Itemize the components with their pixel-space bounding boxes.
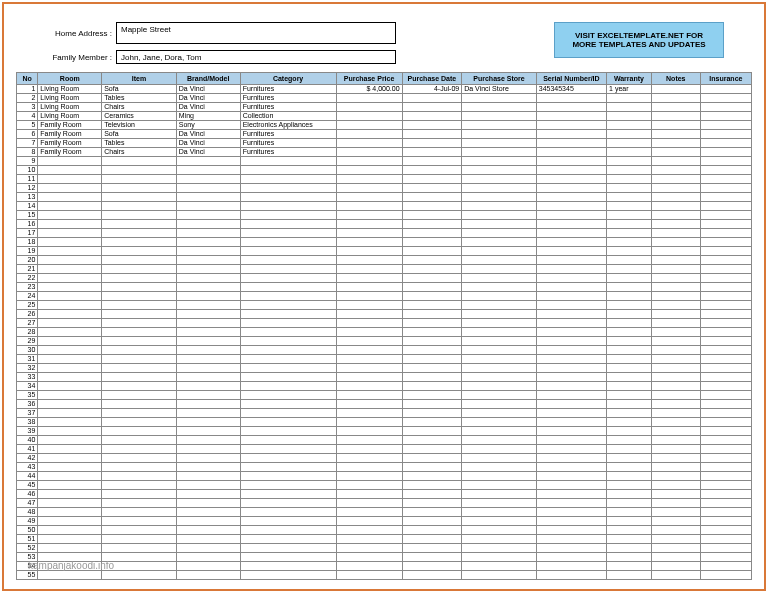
table-cell[interactable]: [402, 400, 462, 409]
table-cell[interactable]: Family Room: [38, 139, 102, 148]
table-row[interactable]: 27: [17, 319, 752, 328]
table-cell[interactable]: [700, 310, 751, 319]
table-cell[interactable]: [462, 283, 537, 292]
table-row[interactable]: 48: [17, 508, 752, 517]
table-cell[interactable]: [240, 400, 336, 409]
table-cell[interactable]: [336, 175, 402, 184]
table-cell[interactable]: [176, 553, 240, 562]
table-cell[interactable]: [38, 391, 102, 400]
table-cell[interactable]: [536, 94, 606, 103]
table-row[interactable]: 28: [17, 328, 752, 337]
table-cell[interactable]: Family Room: [38, 148, 102, 157]
table-cell[interactable]: [700, 445, 751, 454]
table-cell[interactable]: Furnitures: [240, 94, 336, 103]
table-cell[interactable]: [607, 256, 652, 265]
table-cell[interactable]: [651, 499, 700, 508]
table-cell[interactable]: [176, 346, 240, 355]
table-cell[interactable]: 28: [17, 328, 38, 337]
table-cell[interactable]: [38, 346, 102, 355]
table-cell[interactable]: [402, 274, 462, 283]
table-cell[interactable]: [38, 571, 102, 580]
table-cell[interactable]: [240, 517, 336, 526]
table-cell[interactable]: [651, 157, 700, 166]
table-cell[interactable]: [536, 139, 606, 148]
table-cell[interactable]: [607, 265, 652, 274]
table-cell[interactable]: [38, 418, 102, 427]
table-cell[interactable]: [462, 319, 537, 328]
table-cell[interactable]: [607, 445, 652, 454]
table-cell[interactable]: [536, 184, 606, 193]
table-cell[interactable]: [402, 571, 462, 580]
table-row[interactable]: 5Family RoomTelevisionSonyElectronics Ap…: [17, 121, 752, 130]
table-cell[interactable]: [176, 436, 240, 445]
table-cell[interactable]: [651, 526, 700, 535]
table-cell[interactable]: [240, 436, 336, 445]
table-cell[interactable]: [336, 256, 402, 265]
table-cell[interactable]: [402, 121, 462, 130]
table-cell[interactable]: [536, 382, 606, 391]
table-cell[interactable]: [462, 103, 537, 112]
table-cell[interactable]: [240, 229, 336, 238]
table-cell[interactable]: [102, 517, 177, 526]
table-cell[interactable]: [700, 409, 751, 418]
table-cell[interactable]: 41: [17, 445, 38, 454]
table-cell[interactable]: [700, 400, 751, 409]
table-cell[interactable]: [38, 526, 102, 535]
table-cell[interactable]: [240, 292, 336, 301]
table-cell[interactable]: [462, 571, 537, 580]
table-cell[interactable]: [176, 454, 240, 463]
table-cell[interactable]: [402, 211, 462, 220]
table-cell[interactable]: [38, 436, 102, 445]
table-cell[interactable]: [651, 130, 700, 139]
table-cell[interactable]: [102, 364, 177, 373]
table-cell[interactable]: [102, 292, 177, 301]
table-cell[interactable]: [700, 94, 751, 103]
table-cell[interactable]: [336, 436, 402, 445]
table-row[interactable]: 33: [17, 373, 752, 382]
table-cell[interactable]: [651, 166, 700, 175]
table-cell[interactable]: 14: [17, 202, 38, 211]
table-cell[interactable]: 42: [17, 454, 38, 463]
table-cell[interactable]: [536, 274, 606, 283]
table-cell[interactable]: [176, 400, 240, 409]
table-cell[interactable]: [336, 409, 402, 418]
table-cell[interactable]: 4-Jul-09: [402, 85, 462, 94]
table-cell[interactable]: [651, 517, 700, 526]
table-cell[interactable]: [700, 436, 751, 445]
table-cell[interactable]: [240, 328, 336, 337]
table-cell[interactable]: [651, 463, 700, 472]
table-cell[interactable]: [336, 130, 402, 139]
table-cell[interactable]: 32: [17, 364, 38, 373]
table-cell[interactable]: [536, 328, 606, 337]
table-cell[interactable]: [402, 355, 462, 364]
table-cell[interactable]: [102, 454, 177, 463]
table-cell[interactable]: [536, 157, 606, 166]
table-cell[interactable]: [607, 121, 652, 130]
table-cell[interactable]: [336, 265, 402, 274]
table-cell[interactable]: 6: [17, 130, 38, 139]
table-cell[interactable]: 22: [17, 274, 38, 283]
table-row[interactable]: 30: [17, 346, 752, 355]
table-row[interactable]: 46: [17, 490, 752, 499]
table-row[interactable]: 6Family RoomSofaDa VinciFurnitures: [17, 130, 752, 139]
table-row[interactable]: 16: [17, 220, 752, 229]
table-cell[interactable]: 19: [17, 247, 38, 256]
table-cell[interactable]: [651, 355, 700, 364]
table-cell[interactable]: [336, 292, 402, 301]
table-cell[interactable]: [462, 436, 537, 445]
table-cell[interactable]: 40: [17, 436, 38, 445]
table-cell[interactable]: [176, 409, 240, 418]
table-cell[interactable]: [607, 157, 652, 166]
table-cell[interactable]: [462, 418, 537, 427]
table-cell[interactable]: $ 4,000.00: [336, 85, 402, 94]
table-cell[interactable]: [536, 391, 606, 400]
table-row[interactable]: 3Living RoomChairsDa VinciFurnitures: [17, 103, 752, 112]
table-cell[interactable]: [38, 427, 102, 436]
table-cell[interactable]: 34: [17, 382, 38, 391]
table-cell[interactable]: [651, 319, 700, 328]
table-cell[interactable]: [240, 355, 336, 364]
table-cell[interactable]: [536, 553, 606, 562]
table-cell[interactable]: [240, 544, 336, 553]
table-cell[interactable]: [336, 238, 402, 247]
table-cell[interactable]: [651, 481, 700, 490]
